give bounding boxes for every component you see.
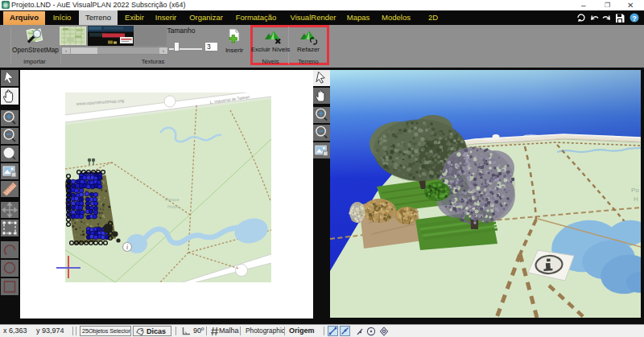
svg-text:Po: Po	[631, 187, 639, 194]
svg-text:H: H	[634, 195, 638, 203]
svg-text:?: ?	[632, 14, 637, 23]
svg-text:Hutou..: Hutou..	[167, 204, 182, 209]
svg-text:Parque: Parque	[165, 197, 180, 202]
